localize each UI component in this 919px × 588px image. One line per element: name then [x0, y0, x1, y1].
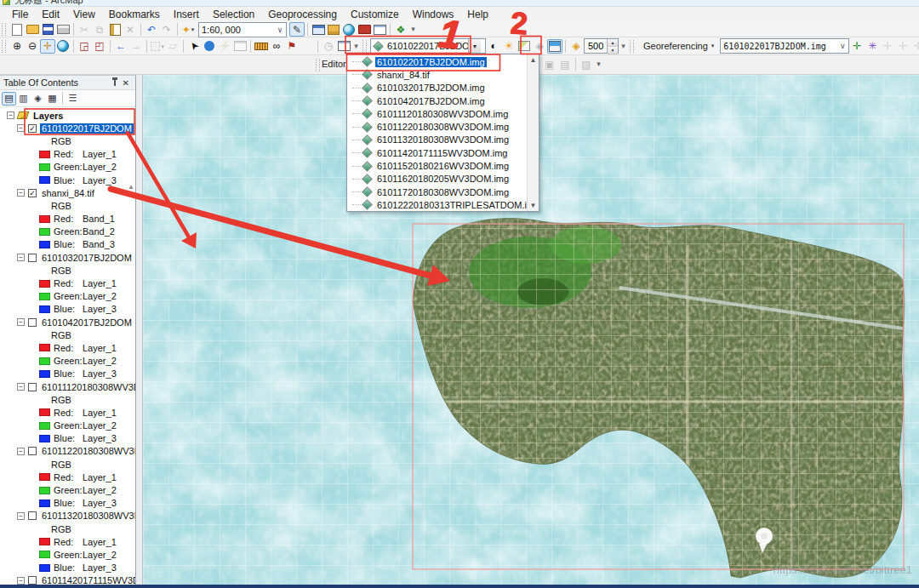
layer-dropdown-item[interactable]: 61011520180216WV3DOM.img	[347, 159, 527, 172]
toc-layer-row[interactable]: −61011320180308WV3DOM	[0, 510, 135, 522]
layer-name[interactable]: 61011320180308WV3DOM	[40, 511, 135, 521]
layer-visibility-checkbox[interactable]: ✓	[28, 124, 37, 133]
band-row[interactable]: Green:Layer_2	[0, 161, 135, 174]
layer-name[interactable]: 61011120180308WV3DOM	[40, 382, 135, 392]
toolbar-grip[interactable]	[362, 40, 367, 53]
band-row[interactable]: Green:Layer_2	[0, 483, 135, 496]
band-group-row[interactable]: RGB	[0, 393, 135, 406]
band-group-row[interactable]: RGB	[0, 522, 135, 535]
layer-dropdown-item[interactable]: 6101022017BJ2DOM.img	[347, 55, 527, 68]
band-group-row[interactable]: RGB	[0, 328, 135, 341]
select-elements-button[interactable]: ➤	[186, 39, 202, 54]
fixed-zoom-out-button[interactable]: ◰	[92, 39, 107, 54]
menu-geoprocessing[interactable]: Geoprocessing	[261, 8, 344, 21]
close-icon[interactable]: ✕	[120, 78, 132, 88]
arctoolbox-button[interactable]	[357, 22, 372, 37]
band-row[interactable]: Green:Band_2	[0, 225, 135, 238]
python-window-button[interactable]	[372, 22, 387, 37]
layer-name[interactable]: 6101032017BJ2DOM	[40, 253, 134, 263]
effects-layer-combo-arrow[interactable]: ▼	[468, 39, 481, 53]
toc-layer-row[interactable]: −61011220180308WV3DOM	[0, 445, 135, 458]
band-group-row[interactable]: RGB	[0, 199, 135, 212]
layer-dropdown-item[interactable]: 61011720180308WV3DOM.img	[347, 186, 527, 198]
open-button[interactable]	[25, 22, 40, 37]
undo-button[interactable]: ↶	[144, 22, 159, 37]
effects-layer-combo[interactable]: 6101022017BJ2DOM.img ▼	[370, 38, 486, 54]
find-button[interactable]: ∞	[269, 39, 284, 54]
menu-selection[interactable]: Selection	[206, 8, 261, 21]
menu-edit[interactable]: Edit	[35, 8, 66, 21]
menu-customize[interactable]: Customize	[344, 8, 406, 21]
identify-button[interactable]	[202, 39, 217, 54]
layer-visibility-checkbox[interactable]	[28, 254, 37, 262]
new-document-button[interactable]	[9, 22, 25, 37]
list-by-visibility-button[interactable]: ◈	[31, 92, 45, 106]
catalog-window-button[interactable]	[326, 22, 341, 37]
layer-dropdown-item[interactable]: 61011320180308WV3DOM.img	[347, 134, 527, 146]
zoom-in-button[interactable]: ⊕	[9, 39, 25, 54]
layer-visibility-checkbox[interactable]	[28, 511, 37, 520]
band-row[interactable]: Red:Layer_1	[0, 277, 135, 289]
print-button[interactable]	[55, 22, 71, 37]
collapse-icon[interactable]: −	[17, 448, 25, 455]
swipe-layer-button[interactable]: ◈	[532, 39, 547, 54]
band-row[interactable]: Blue:Band_3	[0, 238, 135, 251]
collapse-icon[interactable]: −	[17, 512, 25, 520]
viewer-window-button[interactable]	[336, 39, 351, 54]
collapse-icon[interactable]: −	[17, 124, 25, 132]
list-by-source-button[interactable]: ▥	[16, 92, 31, 106]
zoom-out-button[interactable]: ⊖	[25, 39, 40, 54]
menu-view[interactable]: View	[66, 8, 102, 21]
band-row[interactable]: Red:Layer_1	[0, 406, 135, 419]
editor-toolbar-overflow[interactable]: ▾	[594, 57, 603, 71]
list-by-selection-button[interactable]: ▦	[45, 92, 60, 106]
georeferencing-layer-combo-arrow[interactable]: ∨	[836, 42, 848, 50]
layer-dropdown-item[interactable]: 61012220180313TRIPLESATDOM.img	[347, 198, 527, 211]
find-route-button[interactable]: ⚑	[284, 39, 300, 54]
band-group-row[interactable]: RGB	[0, 264, 135, 277]
layer-visibility-checkbox[interactable]	[28, 383, 37, 391]
dropdown-scrollbar[interactable]: ▲ ▼	[527, 54, 539, 211]
auto-registration-button[interactable]: ✳	[865, 39, 880, 54]
adjust-transparency-button[interactable]	[517, 39, 532, 54]
fixed-zoom-in-button[interactable]: ◲	[77, 39, 92, 54]
toc-scroll-up-icon[interactable]: ▲	[128, 183, 134, 191]
georeferencing-menu[interactable]: Georeferencing ▾	[637, 38, 720, 54]
flicker-rate-stepper[interactable]: ▲▼	[607, 39, 618, 53]
georeferencing-layer-combo[interactable]: 6101022017BJ2DOM.img ∨	[720, 38, 849, 54]
go-to-xy-button[interactable]	[300, 39, 315, 54]
flicker-layer-button[interactable]	[547, 39, 562, 54]
add-control-points-button[interactable]: ✛	[849, 39, 865, 54]
layer-name[interactable]: shanxi_84.tif	[40, 188, 96, 198]
collapse-icon[interactable]: −	[17, 577, 25, 585]
menu-help[interactable]: Help	[460, 8, 495, 21]
layer-dropdown-item[interactable]: 61011620180205WV3DOM.img	[347, 173, 527, 186]
layer-dropdown-item[interactable]: 61011120180308WV3DOM.img	[347, 107, 527, 120]
band-row[interactable]: Green:Layer_2	[0, 548, 135, 561]
panel-splitter[interactable]	[136, 75, 143, 588]
band-row[interactable]: Red:Layer_1	[0, 471, 135, 483]
standard-toolbar-overflow[interactable]: ▾	[408, 22, 418, 37]
collapse-icon[interactable]: −	[17, 383, 25, 391]
toolbar-grip[interactable]	[2, 23, 6, 36]
toolbar-grip[interactable]	[2, 40, 6, 53]
collapse-icon[interactable]: −	[17, 318, 25, 326]
toc-root-label[interactable]: Layers	[31, 111, 65, 121]
toc-layer-row[interactable]: −6101042017BJ2DOM	[0, 316, 135, 328]
scroll-down-icon[interactable]: ▼	[530, 200, 537, 211]
menu-insert[interactable]: Insert	[167, 8, 206, 21]
effects-toolbar-overflow[interactable]: ▾	[619, 39, 628, 54]
toc-layer-row[interactable]: −✓6101022017BJ2DOM	[0, 122, 135, 134]
band-row[interactable]: Blue:Layer_3	[0, 497, 135, 510]
flicker-rate-input[interactable]: 500 ▲▼	[584, 38, 619, 54]
toolbar-grip[interactable]	[316, 59, 320, 71]
modelbuilder-button[interactable]: ❖	[393, 22, 408, 37]
layer-dropdown-item[interactable]: shanxi_84.tif	[347, 68, 527, 81]
layer-dropdown-item[interactable]: 6101042017BJ2DOM.img	[347, 94, 527, 107]
layer-visibility-checkbox[interactable]	[28, 576, 37, 585]
band-row[interactable]: Green:Layer_2	[0, 420, 135, 432]
tools-toolbar-overflow[interactable]: ▾	[351, 39, 361, 54]
menu-windows[interactable]: Windows	[406, 8, 461, 21]
toc-row[interactable]: −Layers	[0, 109, 135, 122]
toc-layer-row[interactable]: −6101032017BJ2DOM	[0, 251, 135, 264]
